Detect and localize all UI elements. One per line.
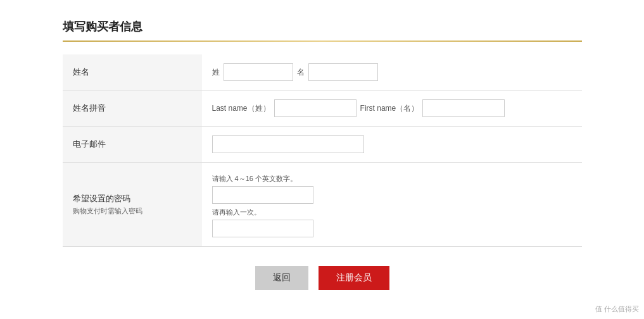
email-input[interactable] <box>212 135 364 153</box>
pinyin-input-cell: Last name（姓） First name（名） <box>202 91 582 127</box>
page-title: 填写购买者信息 <box>63 19 582 34</box>
email-input-cell <box>202 127 582 163</box>
title-divider <box>63 41 582 42</box>
surname-prefix: 姓 <box>212 67 220 78</box>
password-hint1: 请输入 4～16 个英文数字。 <box>212 174 572 184</box>
last-name-input[interactable] <box>274 99 357 117</box>
password-label1: 希望设置的密码 <box>73 193 192 204</box>
button-row: 返回 注册会员 <box>63 266 582 290</box>
back-button[interactable]: 返回 <box>255 266 308 290</box>
name-row: 姓名 姓 名 <box>63 54 582 91</box>
name-label: 姓名 <box>63 54 202 91</box>
password-row: 希望设置的密码 购物支付时需输入密码 请输入 4～16 个英文数字。 请再输入一… <box>63 163 582 247</box>
name-input-cell: 姓 名 <box>202 54 582 91</box>
pinyin-row: 姓名拼音 Last name（姓） First name（名） <box>63 91 582 127</box>
email-row: 电子邮件 <box>63 127 582 163</box>
watermark: 值 什么值得买 <box>595 304 639 314</box>
pinyin-label: 姓名拼音 <box>63 91 202 127</box>
password-label2: 购物支付时需输入密码 <box>73 206 192 216</box>
first-name-input[interactable] <box>422 99 505 117</box>
given-prefix: 名 <box>297 67 305 78</box>
form-table: 姓名 姓 名 姓名拼音 Last name（姓） First name（名） <box>63 54 582 247</box>
surname-input[interactable] <box>224 63 293 81</box>
pinyin-inline-group: Last name（姓） First name（名） <box>212 99 572 117</box>
last-name-label: Last name（姓） <box>212 103 270 114</box>
name-inline-group: 姓 名 <box>212 63 572 81</box>
password-input1[interactable] <box>212 186 313 204</box>
password-label-cell: 希望设置的密码 购物支付时需输入密码 <box>63 163 202 247</box>
password-input2[interactable] <box>212 220 313 237</box>
email-label: 电子邮件 <box>63 127 202 163</box>
register-button[interactable]: 注册会员 <box>319 266 389 290</box>
password-input-cell: 请输入 4～16 个英文数字。 请再输入一次。 <box>202 163 582 247</box>
given-name-input[interactable] <box>308 63 378 81</box>
page-container: 填写购买者信息 姓名 姓 名 姓名拼音 Last name（姓） Fi <box>37 0 607 319</box>
first-name-label: First name（名） <box>360 103 419 114</box>
password-hint2: 请再输入一次。 <box>212 208 572 217</box>
password-group: 请输入 4～16 个英文数字。 请再输入一次。 <box>212 172 572 237</box>
